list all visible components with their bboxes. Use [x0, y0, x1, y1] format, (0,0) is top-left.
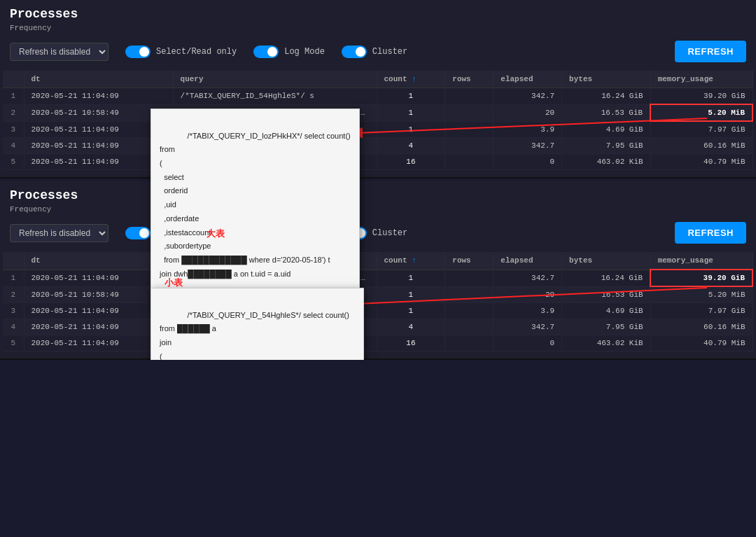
row-elapsed: 342.7: [493, 270, 562, 286]
row-memory: 5.20 MiB: [650, 286, 752, 303]
row-num: 3: [3, 121, 24, 138]
row-num: 4: [3, 138, 24, 154]
row-rows: [445, 138, 493, 154]
row-num: 1: [3, 88, 24, 105]
row-rows: [445, 154, 493, 170]
bottom-freq-select[interactable]: Refresh is disabled: [10, 224, 108, 242]
row-elapsed: 0: [493, 154, 562, 170]
row-elapsed: 342.7: [493, 319, 562, 335]
row-bytes: 4.69 GiB: [562, 303, 651, 319]
row-count: 1: [377, 88, 445, 105]
row-rows: [445, 286, 493, 303]
bottom-toolbar: Refresh is disabled Select/Read only Log…: [0, 218, 756, 248]
col-bytes: bytes: [562, 71, 651, 88]
col-dt: dt: [24, 71, 173, 88]
top-processes-table: dt query count rows elapsed bytes memory…: [3, 71, 753, 170]
top-freq-label: Frequency: [10, 24, 746, 32]
row-bytes: 16.53 GiB: [562, 104, 651, 121]
table-row[interactable]: 4 2020-05-21 11:04:09 ( 4 342.7 7.95 GiB…: [3, 138, 752, 154]
table-row[interactable]: 3 2020-05-21 11:04:09 from 1 3.9 4.69 Gi…: [3, 121, 752, 138]
row-dt: 2020-05-21 11:04:09: [24, 88, 173, 105]
row-elapsed: 3.9: [493, 303, 562, 319]
row-memory: 7.97 GiB: [650, 303, 752, 319]
row-rows: [445, 121, 493, 138]
row-memory: 60.16 MiB: [650, 319, 752, 335]
row-bytes: 463.02 KiB: [562, 335, 651, 351]
table-row[interactable]: 4 2020-05-21 11:04:09 ( 4 342.7 7.95 GiB…: [3, 319, 752, 335]
row-elapsed: 342.7: [493, 88, 562, 105]
bot-col-count[interactable]: count: [377, 252, 445, 270]
row-memory: 60.16 MiB: [650, 138, 752, 154]
bot-col-elapsed: elapsed: [493, 252, 562, 270]
top-table-body: 1 2020-05-21 11:04:09 /*TABIX_QUERY_ID_5…: [3, 88, 752, 170]
row-memory: 39.20 GiB: [650, 270, 752, 286]
row-num: 3: [3, 303, 24, 319]
bottom-processes-table: dt query count rows elapsed bytes memory…: [3, 252, 753, 351]
top-panel-title: Processes: [10, 7, 746, 21]
top-panel: Processes Frequency Refresh is disabled …: [0, 0, 756, 179]
table-row[interactable]: 5 2020-05-21 11:04:09 select 16 0 463.02…: [3, 335, 752, 351]
row-bytes: 16.53 GiB: [562, 286, 651, 303]
row-elapsed: 3.9: [493, 121, 562, 138]
bottom-refresh-button[interactable]: REFRESH: [675, 222, 746, 244]
row-bytes: 463.02 KiB: [562, 154, 651, 170]
row-count: 16: [377, 154, 445, 170]
top-toggle-log-mode: Log Mode: [253, 46, 325, 58]
bot-col-memory-usage: memory_usage: [650, 252, 752, 270]
bottom-freq-dropdown[interactable]: Refresh is disabled: [10, 224, 108, 242]
bot-col-num: [3, 252, 24, 270]
row-num: 4: [3, 319, 24, 335]
top-freq-dropdown[interactable]: Refresh is disabled: [10, 43, 108, 61]
row-elapsed: 342.7: [493, 138, 562, 154]
bottom-panel-title: Processes: [10, 188, 746, 202]
top-toolbar: Refresh is disabled Select/Read only Log…: [0, 36, 756, 67]
row-count: 1: [377, 303, 445, 319]
top-toggle-cluster-label: Cluster: [372, 47, 407, 57]
row-num: 1: [3, 270, 24, 286]
row-num: 2: [3, 286, 24, 303]
bottom-query-popup: /*TABIX_QUERY_ID_54HghleS*/ select count…: [150, 288, 364, 360]
row-count: 1: [377, 270, 445, 286]
top-toggle-log-mode-label: Log Mode: [284, 47, 325, 57]
table-row[interactable]: 1 2020-05-21 11:04:09 /*TABIX_QUERY_ID_5…: [3, 270, 752, 286]
table-row[interactable]: 5 2020-05-21 11:04:09 select 16 0 463.02…: [3, 154, 752, 170]
top-label-xiao-biao: 小表: [164, 277, 183, 289]
row-count: 1: [377, 286, 445, 303]
bottom-toggle-select-readonly-switch[interactable]: [125, 227, 150, 239]
row-memory: 40.79 MiB: [650, 335, 752, 351]
row-num: 5: [3, 154, 24, 170]
table-row[interactable]: 2 2020-05-21 10:58:49 from ████████ a 1 …: [3, 286, 752, 303]
top-toggle-cluster-switch[interactable]: [342, 46, 367, 58]
col-query: query: [173, 71, 377, 88]
top-query-popup: /*TABIX_QUERY_ID_lozPHkHX*/ select count…: [150, 109, 360, 302]
row-count: 4: [377, 138, 445, 154]
row-memory: 7.97 GiB: [650, 121, 752, 138]
top-label-da-biao: 大表: [206, 228, 225, 240]
bottom-freq-label: Frequency: [10, 205, 746, 214]
top-toggle-select-readonly: Select/Read only: [125, 46, 237, 58]
row-rows: [445, 88, 493, 105]
bottom-panel: Processes Frequency Refresh is disabled …: [0, 181, 756, 360]
table-row[interactable]: 3 2020-05-21 11:04:09 join 1 3.9 4.69 Gi…: [3, 303, 752, 319]
row-elapsed: 20: [493, 286, 562, 303]
row-elapsed: 20: [493, 104, 562, 121]
app-container: Processes Frequency Refresh is disabled …: [0, 0, 756, 360]
table-row[interactable]: 2 2020-05-21 10:58:49 /*TABIX_QUERY_ID_l…: [3, 104, 752, 121]
row-memory: 39.20 GiB: [650, 88, 752, 105]
col-rows: rows: [445, 71, 493, 88]
top-toggle-select-readonly-switch[interactable]: [125, 46, 150, 58]
bot-col-bytes: bytes: [562, 252, 651, 270]
top-toggle-cluster: Cluster: [342, 46, 407, 58]
row-memory: 5.20 MiB: [650, 104, 752, 121]
bottom-toggle-cluster-label: Cluster: [372, 228, 407, 238]
row-rows: [445, 319, 493, 335]
row-count: 4: [377, 319, 445, 335]
col-count[interactable]: count: [377, 71, 445, 88]
row-memory: 40.79 MiB: [650, 154, 752, 170]
row-num: 2: [3, 104, 24, 121]
top-refresh-button[interactable]: REFRESH: [675, 41, 746, 62]
top-toggle-log-mode-switch[interactable]: [253, 46, 279, 58]
top-freq-select[interactable]: Refresh is disabled: [10, 43, 108, 61]
top-table-header-row: dt query count rows elapsed bytes memory…: [3, 71, 752, 88]
table-row[interactable]: 1 2020-05-21 11:04:09 /*TABIX_QUERY_ID_5…: [3, 88, 752, 105]
